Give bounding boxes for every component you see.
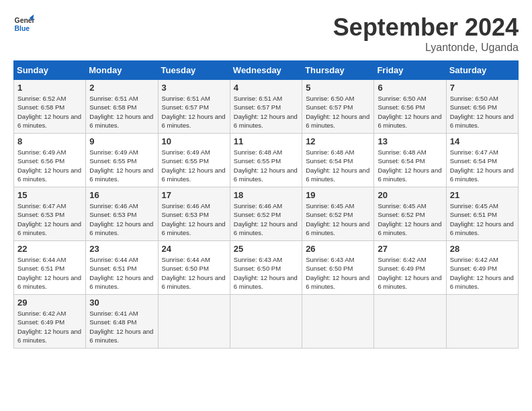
calendar-week-row: 1 Sunrise: 6:52 AMSunset: 6:58 PMDayligh… — [14, 80, 519, 134]
table-row: 13 Sunrise: 6:48 AMSunset: 6:54 PMDaylig… — [374, 134, 446, 187]
header-friday: Friday — [374, 61, 446, 80]
table-row: 30 Sunrise: 6:41 AMSunset: 6:48 PMDaylig… — [86, 295, 158, 349]
table-row: 28 Sunrise: 6:42 AMSunset: 6:49 PMDaylig… — [446, 241, 518, 295]
table-row — [374, 295, 446, 349]
table-row — [302, 295, 374, 349]
day-number: 10 — [162, 136, 226, 146]
day-number: 6 — [378, 83, 442, 93]
day-info: Sunrise: 6:44 AMSunset: 6:50 PMDaylight:… — [162, 255, 226, 291]
day-info: Sunrise: 6:43 AMSunset: 6:50 PMDaylight:… — [234, 255, 298, 291]
day-info: Sunrise: 6:42 AMSunset: 6:49 PMDaylight:… — [450, 255, 515, 291]
calendar-week-row: 8 Sunrise: 6:49 AMSunset: 6:56 PMDayligh… — [14, 134, 519, 187]
day-number: 14 — [450, 136, 515, 146]
table-row: 22 Sunrise: 6:44 AMSunset: 6:51 PMDaylig… — [14, 241, 86, 295]
table-row: 16 Sunrise: 6:46 AMSunset: 6:53 PMDaylig… — [86, 187, 158, 241]
day-info: Sunrise: 6:48 AMSunset: 6:54 PMDaylight:… — [306, 148, 370, 183]
day-number: 24 — [162, 244, 226, 254]
calendar-week-row: 15 Sunrise: 6:47 AMSunset: 6:53 PMDaylig… — [14, 187, 519, 241]
table-row: 6 Sunrise: 6:50 AMSunset: 6:56 PMDayligh… — [374, 80, 446, 134]
day-info: Sunrise: 6:44 AMSunset: 6:51 PMDaylight:… — [89, 255, 154, 291]
day-number: 7 — [450, 83, 515, 93]
day-number: 16 — [89, 190, 154, 200]
logo-icon: General Blue — [13, 13, 35, 35]
day-info: Sunrise: 6:43 AMSunset: 6:50 PMDaylight:… — [306, 255, 370, 291]
day-number: 21 — [450, 190, 515, 200]
table-row: 10 Sunrise: 6:49 AMSunset: 6:55 PMDaylig… — [158, 134, 230, 187]
header-wednesday: Wednesday — [230, 61, 302, 80]
calendar-week-row: 22 Sunrise: 6:44 AMSunset: 6:51 PMDaylig… — [14, 241, 519, 295]
day-info: Sunrise: 6:49 AMSunset: 6:56 PMDaylight:… — [17, 148, 82, 183]
day-number: 30 — [89, 298, 154, 308]
day-number: 18 — [234, 190, 298, 200]
day-info: Sunrise: 6:47 AMSunset: 6:53 PMDaylight:… — [17, 201, 82, 237]
day-number: 11 — [234, 136, 298, 146]
day-number: 1 — [17, 83, 82, 93]
day-number: 8 — [17, 136, 82, 146]
day-info: Sunrise: 6:50 AMSunset: 6:57 PMDaylight:… — [306, 94, 370, 130]
day-number: 19 — [306, 190, 370, 200]
day-number: 22 — [17, 244, 82, 254]
day-info: Sunrise: 6:46 AMSunset: 6:53 PMDaylight:… — [162, 201, 226, 237]
table-row — [446, 295, 518, 349]
table-row: 15 Sunrise: 6:47 AMSunset: 6:53 PMDaylig… — [14, 187, 86, 241]
table-row: 20 Sunrise: 6:45 AMSunset: 6:52 PMDaylig… — [374, 187, 446, 241]
day-info: Sunrise: 6:51 AMSunset: 6:58 PMDaylight:… — [89, 94, 154, 130]
table-row — [230, 295, 302, 349]
title-area: September 2024 Lyantonde, Uganda — [333, 13, 519, 54]
day-info: Sunrise: 6:51 AMSunset: 6:57 PMDaylight:… — [234, 94, 298, 130]
day-info: Sunrise: 6:44 AMSunset: 6:51 PMDaylight:… — [17, 255, 82, 291]
day-info: Sunrise: 6:45 AMSunset: 6:52 PMDaylight:… — [306, 201, 370, 237]
day-info: Sunrise: 6:50 AMSunset: 6:56 PMDaylight:… — [450, 94, 515, 130]
location-subtitle: Lyantonde, Uganda — [333, 42, 519, 54]
calendar-header-row: Sunday Monday Tuesday Wednesday Thursday… — [14, 61, 519, 80]
table-row: 1 Sunrise: 6:52 AMSunset: 6:58 PMDayligh… — [14, 80, 86, 134]
table-row: 17 Sunrise: 6:46 AMSunset: 6:53 PMDaylig… — [158, 187, 230, 241]
day-number: 26 — [306, 244, 370, 254]
table-row: 18 Sunrise: 6:46 AMSunset: 6:52 PMDaylig… — [230, 187, 302, 241]
day-number: 27 — [378, 244, 442, 254]
day-number: 4 — [234, 83, 298, 93]
day-number: 5 — [306, 83, 370, 93]
table-row: 26 Sunrise: 6:43 AMSunset: 6:50 PMDaylig… — [302, 241, 374, 295]
day-info: Sunrise: 6:49 AMSunset: 6:55 PMDaylight:… — [162, 148, 226, 183]
day-number: 28 — [450, 244, 515, 254]
day-info: Sunrise: 6:45 AMSunset: 6:52 PMDaylight:… — [378, 201, 442, 237]
day-number: 29 — [17, 298, 82, 308]
table-row: 24 Sunrise: 6:44 AMSunset: 6:50 PMDaylig… — [158, 241, 230, 295]
header-monday: Monday — [86, 61, 158, 80]
table-row: 8 Sunrise: 6:49 AMSunset: 6:56 PMDayligh… — [14, 134, 86, 187]
day-info: Sunrise: 6:46 AMSunset: 6:52 PMDaylight:… — [234, 201, 298, 237]
day-info: Sunrise: 6:47 AMSunset: 6:54 PMDaylight:… — [450, 148, 515, 183]
header-thursday: Thursday — [302, 61, 374, 80]
day-info: Sunrise: 6:41 AMSunset: 6:48 PMDaylight:… — [89, 309, 154, 345]
table-row: 2 Sunrise: 6:51 AMSunset: 6:58 PMDayligh… — [86, 80, 158, 134]
table-row: 21 Sunrise: 6:45 AMSunset: 6:51 PMDaylig… — [446, 187, 518, 241]
day-number: 23 — [89, 244, 154, 254]
month-title: September 2024 — [333, 13, 519, 42]
table-row: 4 Sunrise: 6:51 AMSunset: 6:57 PMDayligh… — [230, 80, 302, 134]
table-row: 12 Sunrise: 6:48 AMSunset: 6:54 PMDaylig… — [302, 134, 374, 187]
table-row: 11 Sunrise: 6:48 AMSunset: 6:55 PMDaylig… — [230, 134, 302, 187]
calendar-week-row: 29 Sunrise: 6:42 AMSunset: 6:49 PMDaylig… — [14, 295, 519, 349]
table-row: 9 Sunrise: 6:49 AMSunset: 6:55 PMDayligh… — [86, 134, 158, 187]
day-info: Sunrise: 6:46 AMSunset: 6:53 PMDaylight:… — [89, 201, 154, 237]
table-row: 29 Sunrise: 6:42 AMSunset: 6:49 PMDaylig… — [14, 295, 86, 349]
day-number: 15 — [17, 190, 82, 200]
day-number: 20 — [378, 190, 442, 200]
page-header: General Blue September 2024 Lyantonde, U… — [13, 13, 519, 54]
header-tuesday: Tuesday — [158, 61, 230, 80]
day-number: 17 — [162, 190, 226, 200]
day-info: Sunrise: 6:45 AMSunset: 6:51 PMDaylight:… — [450, 201, 515, 237]
table-row: 14 Sunrise: 6:47 AMSunset: 6:54 PMDaylig… — [446, 134, 518, 187]
header-sunday: Sunday — [14, 61, 86, 80]
table-row: 27 Sunrise: 6:42 AMSunset: 6:49 PMDaylig… — [374, 241, 446, 295]
day-number: 25 — [234, 244, 298, 254]
calendar-table: Sunday Monday Tuesday Wednesday Thursday… — [13, 60, 519, 349]
day-info: Sunrise: 6:48 AMSunset: 6:54 PMDaylight:… — [378, 148, 442, 183]
logo: General Blue — [13, 13, 35, 35]
table-row: 25 Sunrise: 6:43 AMSunset: 6:50 PMDaylig… — [230, 241, 302, 295]
table-row: 7 Sunrise: 6:50 AMSunset: 6:56 PMDayligh… — [446, 80, 518, 134]
table-row — [158, 295, 230, 349]
svg-text:Blue: Blue — [15, 25, 30, 32]
day-info: Sunrise: 6:50 AMSunset: 6:56 PMDaylight:… — [378, 94, 442, 130]
